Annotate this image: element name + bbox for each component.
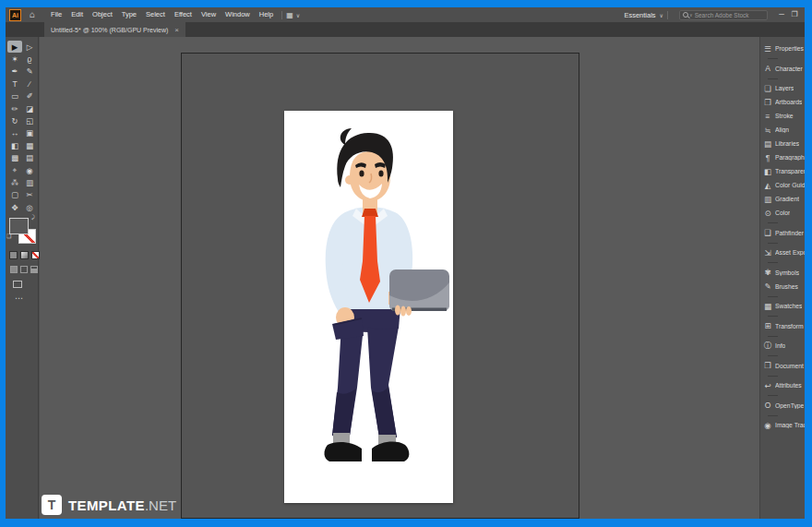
paintbrush-tool[interactable]: ✐	[22, 90, 37, 102]
panel-label: Swatches	[775, 303, 802, 309]
curvature-tool[interactable]: ✎	[22, 66, 37, 78]
info-icon: ⓘ	[760, 341, 775, 352]
magic-wand-tool[interactable]: ✶	[7, 53, 22, 65]
panel-divider	[760, 353, 805, 359]
rectangle-tool[interactable]: ▭	[7, 90, 22, 102]
document-tab[interactable]: Untitled-5* @ 100% (RGB/GPU Preview) ×	[44, 22, 185, 37]
gradient-button[interactable]	[20, 251, 29, 259]
home-icon[interactable]: ⌂	[30, 10, 35, 19]
chevron-down-icon: ∨	[296, 12, 300, 18]
panel-document-info[interactable]: ❒Document Info	[760, 359, 805, 373]
symbol-sprayer-tool[interactable]: ⁂	[7, 176, 22, 188]
document-tab-title: Untitled-5* @ 100% (RGB/GPU Preview)	[51, 27, 168, 33]
search-input[interactable]	[695, 12, 764, 18]
panel-stroke[interactable]: ≡Stroke	[760, 109, 805, 123]
menu-effect[interactable]: Effect	[170, 7, 197, 22]
panel-swatches[interactable]: ▦Swatches	[760, 299, 805, 313]
shaper-tool[interactable]: ✏	[7, 102, 22, 114]
menu-select[interactable]: Select	[141, 7, 170, 22]
panel-artboards[interactable]: ❐Artboards	[760, 95, 805, 109]
panel-character[interactable]: ACharacter	[760, 62, 805, 76]
app-logo-icon[interactable]: Ai	[9, 9, 21, 21]
finger-2	[400, 306, 406, 317]
zoom-tool[interactable]: ◎	[22, 201, 37, 213]
line-segment-tool[interactable]: ∕	[22, 78, 37, 90]
draw-normal-mode[interactable]	[10, 266, 18, 273]
gradient-tool[interactable]: ▤	[22, 152, 37, 164]
slice-tool[interactable]: ✂	[22, 189, 37, 201]
swap-fill-stroke-icon[interactable]: ⤸	[31, 214, 35, 221]
panel-gradient[interactable]: ▥Gradient	[760, 192, 805, 206]
free-transform-tool[interactable]: ▣	[22, 127, 37, 139]
panel-label: Artboards	[775, 99, 802, 105]
panel-transform[interactable]: ⊞Transform	[760, 319, 805, 333]
none-button[interactable]	[31, 251, 40, 259]
minimize-button[interactable]: ─	[775, 7, 788, 22]
scale-tool[interactable]: ◱	[22, 114, 37, 126]
pen-tool[interactable]: ✒	[7, 66, 22, 78]
screenshot-root: { "ui_colors": { "frame_blue": "#0a82e6"…	[0, 0, 812, 527]
panel-properties[interactable]: ☰Properties	[760, 42, 805, 55]
canvas-pasteboard[interactable]: T TEMPLATE .NET	[40, 37, 759, 519]
eraser-tool[interactable]: ◪	[22, 102, 37, 114]
finger-1	[395, 305, 400, 316]
color-button[interactable]	[9, 251, 18, 259]
panel-layers[interactable]: ❏Layers	[760, 81, 805, 95]
shape-builder-tool[interactable]: ◧	[7, 139, 22, 151]
panel-libraries[interactable]: ▤Libraries	[760, 137, 805, 150]
panel-color-guide[interactable]: ◭Color Guide	[760, 178, 805, 192]
lasso-tool[interactable]: ϱ	[22, 53, 37, 65]
mesh-tool[interactable]: ▩	[7, 152, 22, 164]
perspective-grid-tool[interactable]: ▦	[22, 139, 37, 151]
panel-label: Pathfinder	[775, 230, 804, 236]
draw-inside-mode[interactable]	[30, 266, 38, 273]
column-graph-tool[interactable]: ▥	[22, 176, 37, 188]
eyedropper-tool[interactable]: ⌖	[7, 164, 22, 176]
menu-list: File Edit Object Type Select Effect View…	[46, 7, 278, 22]
hand-tool[interactable]: ✥	[7, 201, 22, 213]
panel-label: Stroke	[775, 113, 794, 119]
panel-pathfinder[interactable]: ❑Pathfinder	[760, 226, 805, 240]
panel-attributes[interactable]: ↩Attributes	[760, 378, 805, 392]
fill-swatch[interactable]	[9, 218, 29, 234]
selection-tool[interactable]: ▶	[7, 41, 22, 53]
edit-toolbar-ellipsis[interactable]: ⋯	[15, 293, 24, 303]
panel-brushes[interactable]: ✎Brushes	[760, 280, 805, 293]
menu-window[interactable]: Window	[221, 7, 255, 22]
screen-mode-button[interactable]	[13, 281, 22, 288]
panel-info[interactable]: ⓘInfo	[760, 339, 805, 353]
workspace-switcher[interactable]: Essentials ∨	[624, 11, 663, 19]
gradient-icon: ▥	[760, 195, 775, 204]
type-tool[interactable]: T	[7, 78, 22, 90]
menu-file[interactable]: File	[46, 7, 66, 22]
draw-behind-mode[interactable]	[20, 266, 28, 273]
arrange-documents-button[interactable]: ▦ ∨	[286, 11, 300, 19]
artboard[interactable]	[284, 111, 453, 503]
asset-export-icon: ⇲	[760, 248, 775, 258]
opentype-icon: O	[760, 401, 775, 410]
panel-asset-export[interactable]: ⇲Asset Export	[760, 246, 805, 259]
panel-image-trace[interactable]: ◉Image Trace	[760, 418, 805, 432]
menu-type[interactable]: Type	[117, 7, 141, 22]
close-icon[interactable]: ×	[174, 26, 179, 34]
panel-transparency[interactable]: ◧Transparency	[760, 164, 805, 178]
rotate-tool[interactable]: ↻	[7, 114, 22, 126]
panel-color[interactable]: ⊙Color	[760, 206, 805, 220]
tools-panel: ▶ ▷ ✶ ϱ ✒ ✎ T ∕ ▭ ✐ ✏ ◪ ↻ ◱ ↔ ▣ ◧ ▦ ▩ ▤	[6, 37, 39, 519]
blend-tool[interactable]: ◉	[22, 164, 37, 176]
menu-edit[interactable]: Edit	[66, 7, 88, 22]
character-illustration[interactable]	[284, 111, 453, 503]
restore-button[interactable]: ❐	[788, 7, 801, 22]
stock-search-box[interactable]: ∨	[679, 10, 768, 20]
direct-selection-tool[interactable]: ▷	[22, 41, 37, 53]
default-fill-stroke-icon[interactable]: ❏	[6, 233, 11, 239]
panel-align[interactable]: ≒Align	[760, 123, 805, 137]
width-tool[interactable]: ↔	[7, 127, 22, 139]
artboard-tool[interactable]: ▢	[7, 189, 22, 201]
panel-symbols[interactable]: ✾Symbols	[760, 266, 805, 280]
menu-help[interactable]: Help	[255, 7, 278, 22]
panel-paragraph[interactable]: ¶Paragraph	[760, 150, 805, 164]
panel-opentype[interactable]: OOpenType	[760, 399, 805, 413]
menu-object[interactable]: Object	[88, 7, 117, 22]
menu-view[interactable]: View	[197, 7, 221, 22]
